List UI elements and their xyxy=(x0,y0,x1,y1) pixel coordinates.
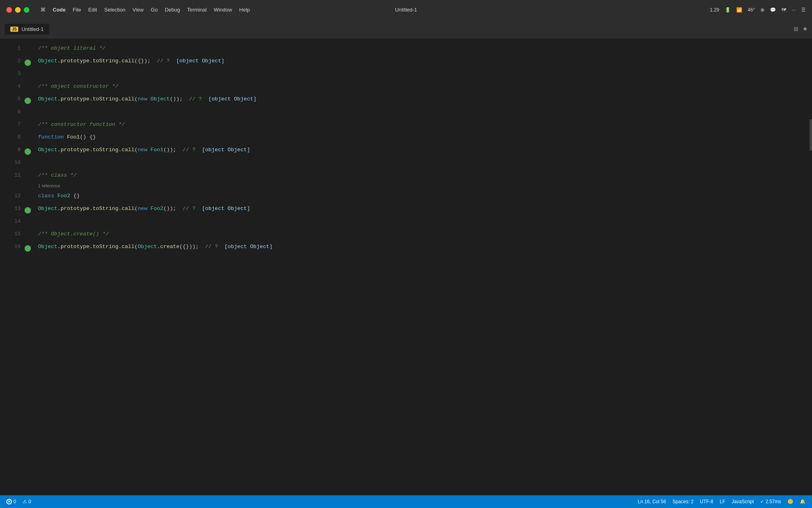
menu-view[interactable]: View xyxy=(132,7,144,13)
menu-selection[interactable]: Selection xyxy=(104,7,125,13)
scrollbar-thumb[interactable] xyxy=(810,119,812,151)
paren-2b: ); xyxy=(144,55,150,67)
bp-15 xyxy=(24,228,32,241)
new-9: new xyxy=(138,144,150,156)
errors-indicator[interactable]: ✕ 0 xyxy=(6,499,16,504)
result-5: [object Object] xyxy=(202,93,257,106)
braces-12: {} xyxy=(70,190,80,202)
more-icon[interactable]: ··· xyxy=(792,7,796,13)
bell-icon[interactable]: 🔔 xyxy=(800,499,806,504)
kw-function-8: function xyxy=(38,131,67,144)
menu-debug[interactable]: Debug xyxy=(165,7,180,13)
line-num-3: 3 xyxy=(6,67,21,80)
menu-code[interactable]: Code xyxy=(53,7,66,13)
maximize-button[interactable] xyxy=(24,7,29,13)
line-num-11: 11 xyxy=(6,169,21,182)
bp-9[interactable] xyxy=(24,144,32,156)
line-num-5: 5 xyxy=(6,93,21,106)
dot-5c: . xyxy=(119,93,122,106)
breakpoint-dot-9 xyxy=(25,148,31,155)
proto-5: prototype xyxy=(61,93,90,106)
language[interactable]: JavaScript xyxy=(732,499,754,504)
proto-13: prototype xyxy=(61,202,90,215)
menu-window[interactable]: Window xyxy=(214,7,232,13)
line-num-ref xyxy=(6,182,21,190)
tostring-16: toString xyxy=(93,241,119,253)
encoding[interactable]: UTF-8 xyxy=(700,499,713,504)
circle-icon[interactable]: ● xyxy=(803,25,807,33)
tabbar: JS Untitled-1 ⊞ ● xyxy=(0,19,812,39)
dot-9a: . xyxy=(57,144,61,156)
code-line-2: Object.prototype.toString.call({}); // ?… xyxy=(38,55,806,67)
paren-5a: ( xyxy=(134,93,138,106)
obj2-16: Object xyxy=(138,241,157,253)
tostring-9: toString xyxy=(93,144,119,156)
obj-5: Object xyxy=(38,93,57,106)
code-content[interactable]: /** object literal */ Object.prototype.t… xyxy=(32,42,812,495)
code-area[interactable]: 1 2 3 4 5 6 7 8 9 10 11 12 13 14 15 16 xyxy=(0,39,812,495)
eol[interactable]: LF xyxy=(720,499,725,504)
call-13: call xyxy=(122,202,134,215)
dot-16a: . xyxy=(57,241,61,253)
tab-name: Untitled-1 xyxy=(21,26,44,32)
bp-2[interactable] xyxy=(24,55,32,67)
menu-help[interactable]: Help xyxy=(239,7,250,13)
indentation[interactable]: Spaces: 2 xyxy=(672,499,693,504)
menu-edit[interactable]: Edit xyxy=(88,7,97,13)
bp-3 xyxy=(24,67,32,80)
new-13: new xyxy=(138,202,150,215)
list-icon[interactable]: ☰ xyxy=(801,7,806,13)
call-2: call xyxy=(122,55,134,67)
code-line-5: Object.prototype.toString.call(new Objec… xyxy=(38,93,806,106)
smiley-icon[interactable]: 🙂 xyxy=(787,499,793,504)
cursor-position[interactable]: Ln 16, Col 56 xyxy=(638,499,666,504)
bp-16[interactable] xyxy=(24,241,32,253)
dot-9b: . xyxy=(90,144,93,156)
dot-9c: . xyxy=(119,144,122,156)
code-line-16: Object.prototype.toString.call(Object.cr… xyxy=(38,241,806,253)
bp-7 xyxy=(24,118,32,131)
dot-13b: . xyxy=(90,202,93,215)
code-line-14 xyxy=(38,215,806,228)
close-button[interactable] xyxy=(6,7,12,13)
bp-11 xyxy=(24,169,32,182)
split-editor-icon[interactable]: ⊞ xyxy=(794,25,798,33)
code-line-1: /** object literal */ xyxy=(38,42,806,55)
dot-13c: . xyxy=(119,202,122,215)
js-badge: JS xyxy=(10,27,18,32)
menu-terminal[interactable]: Terminal xyxy=(187,7,207,13)
bp-13[interactable] xyxy=(24,202,32,215)
comment-7: /** constructor function */ xyxy=(38,118,125,131)
comment-inline-9: // ? xyxy=(176,144,195,156)
line-numbers: 1 2 3 4 5 6 7 8 9 10 11 12 13 14 15 16 xyxy=(0,42,24,495)
comment-inline-13: // ? xyxy=(176,202,195,215)
status-icon-1: ⊕ xyxy=(760,7,764,13)
menu-file[interactable]: File xyxy=(73,7,81,13)
code-line-15: /** Object.create() */ xyxy=(38,228,806,241)
bp-5[interactable] xyxy=(24,93,32,106)
menu-bar: ⌘ Code File Edit Selection View Go Debug… xyxy=(40,7,250,13)
warnings-indicator[interactable]: ⚠ 0 xyxy=(23,499,31,504)
active-tab[interactable]: JS Untitled-1 xyxy=(5,24,49,35)
titlebar: ⌘ Code File Edit Selection View Go Debug… xyxy=(0,0,812,19)
minimize-button[interactable] xyxy=(15,7,21,13)
dot-2a: . xyxy=(57,55,61,67)
bp-10 xyxy=(24,156,32,169)
obj-9: Object xyxy=(38,144,57,156)
call-9: call xyxy=(122,144,134,156)
dot-2c: . xyxy=(119,55,122,67)
menu-go[interactable]: Go xyxy=(151,7,157,13)
line-num-7: 7 xyxy=(6,118,21,131)
statusbar: ✕ 0 ⚠ 0 Ln 16, Col 56 Spaces: 2 UTF-8 LF… xyxy=(0,495,812,508)
code-line-10 xyxy=(38,156,806,169)
code-line-8: function Foo1() {} xyxy=(38,131,806,144)
apple-menu[interactable]: ⌘ xyxy=(40,7,46,13)
breakpoint-dot-13 xyxy=(25,207,31,214)
temperature: 46° xyxy=(748,7,755,13)
obj-2: Object xyxy=(38,55,57,67)
code-line-6 xyxy=(38,106,806,118)
code-line-13: Object.prototype.toString.call(new Foo2(… xyxy=(38,202,806,215)
parens-8: () {} xyxy=(80,131,96,144)
obj-13: Object xyxy=(38,202,57,215)
comment-1: /** object literal */ xyxy=(38,42,105,55)
